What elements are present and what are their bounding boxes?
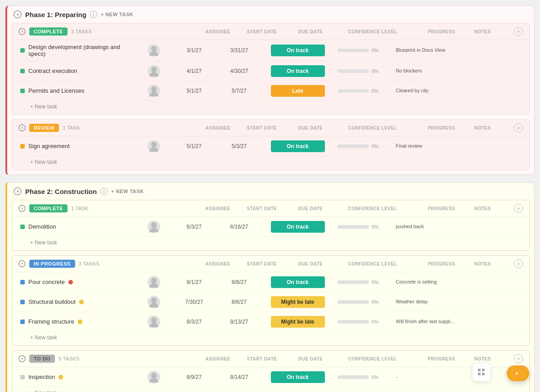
assignee-cell[interactable]: ⚙ <box>136 138 172 154</box>
assignee-avatar[interactable]: ⚙ <box>148 315 160 328</box>
assignee-cell[interactable]: ⚙ <box>136 274 172 290</box>
section-wrapper: ▾ COMPLETE 1 TASK ASSIGNEE START DATE DU… <box>12 200 530 251</box>
section-add-btn[interactable]: + <box>514 354 523 363</box>
progress-pct: 0% <box>372 319 379 324</box>
assignee-avatar[interactable]: ⚙ <box>148 44 160 57</box>
new-task-row[interactable]: + New task <box>12 156 529 170</box>
col-due-date: DUE DATE <box>288 356 333 361</box>
task-name[interactable]: Permits and Licenses <box>28 87 84 94</box>
task-name-cell[interactable]: Demolition <box>18 220 136 234</box>
new-task-row[interactable]: + New task <box>12 237 529 250</box>
phase-new-task-link[interactable]: + NEW TASK <box>101 12 133 17</box>
task-status-dot <box>20 320 25 324</box>
progress-cell: 0% <box>334 317 392 326</box>
start-date-cell: 4/1/27 <box>172 66 217 76</box>
confidence-badge: On track <box>271 140 325 152</box>
col-notes: NOTES <box>474 356 510 361</box>
section-chevron[interactable]: ▾ <box>18 124 26 131</box>
assignee-avatar[interactable]: ⚙ <box>148 85 160 97</box>
task-name-cell[interactable]: Inspection <box>18 370 136 384</box>
section-add-btn[interactable]: + <box>514 259 523 268</box>
task-name-cell[interactable]: Structural buildout <box>18 295 136 309</box>
task-name-cell[interactable]: Contract execution <box>18 64 136 78</box>
new-task-row[interactable]: + New task <box>12 101 529 114</box>
col-assignee: ASSIGNEE <box>200 126 236 131</box>
phase-container: ▾ Phase 1: Preparing i + NEW TASK ▾ COMP… <box>5 5 535 175</box>
section-chevron[interactable]: ▾ <box>18 260 26 267</box>
task-name[interactable]: Demolition <box>28 223 56 230</box>
progress-bar-bg <box>338 300 369 304</box>
assignee-cell[interactable]: ⚙ <box>136 63 172 79</box>
add-cell <box>509 320 523 324</box>
assignee-cell[interactable]: ⚙ <box>136 42 172 59</box>
task-name[interactable]: Contract execution <box>28 68 77 74</box>
assignee-cell[interactable]: ⚙ <box>136 219 172 235</box>
task-name-cell[interactable]: Design development (drawings and specs) <box>18 40 136 61</box>
section-chevron[interactable]: ▾ <box>18 355 26 362</box>
assignee-cell[interactable]: ⚙ <box>136 294 172 310</box>
svg-rect-2 <box>478 373 481 375</box>
col-confidence: CONFIDENCE LEVEL <box>337 126 409 131</box>
assignee-cell[interactable]: ⚙ <box>136 83 172 99</box>
task-name-cell[interactable]: Permits and Licenses <box>18 84 136 98</box>
progress-pct: 0% <box>372 48 379 53</box>
task-name[interactable]: Inspection <box>28 374 55 380</box>
assignee-avatar[interactable]: ⚙ <box>148 371 160 383</box>
col-start-date: START DATE <box>239 29 284 34</box>
confidence-cell: Might be late <box>262 314 334 329</box>
task-name-cell[interactable]: Framing structure <box>18 315 136 329</box>
confidence-cell: On track <box>262 43 334 58</box>
fab-task-button[interactable]: + <box>507 365 529 381</box>
section-header: ▾ TO DO 5 TASKS ASSIGNEE START DATE DUE … <box>12 351 529 367</box>
task-name[interactable]: Design development (drawings and specs) <box>28 44 134 57</box>
phase-info-icon[interactable]: i <box>90 11 97 18</box>
col-confidence: CONFIDENCE LEVEL <box>337 206 409 211</box>
section-add-btn[interactable]: + <box>514 123 523 132</box>
section-chevron[interactable]: ▾ <box>18 205 26 212</box>
assignee-avatar[interactable]: ⚙ <box>148 296 160 308</box>
col-start-date: START DATE <box>239 356 284 361</box>
progress-bar-bg <box>338 49 369 52</box>
task-row: Framing structure ⚙ 8/3/27 8/13/27 Might… <box>12 312 529 332</box>
new-task-row[interactable]: + New task <box>12 387 529 392</box>
gear-icon: ⚙ <box>151 222 157 231</box>
task-name-cell[interactable]: Sign agreement <box>18 139 136 153</box>
col-notes: NOTES <box>474 206 510 211</box>
notes-cell: pushed back <box>392 221 510 232</box>
grid-view-icon[interactable] <box>472 363 490 381</box>
phase-chevron[interactable]: ▾ <box>14 10 22 18</box>
task-status-dot <box>20 144 25 149</box>
task-name[interactable]: Structural buildout <box>28 298 76 305</box>
start-date-cell: 5/1/27 <box>172 86 217 96</box>
confidence-cell: On track <box>262 219 334 234</box>
task-row: Pour concrete ⚙ 8/1/27 8/8/27 On track <box>12 272 529 292</box>
col-progress: PROGRESS <box>412 29 471 34</box>
phase-info-icon[interactable]: i <box>100 188 108 195</box>
task-row: Inspection ⚙ 8/9/27 8/14/27 On track <box>12 367 529 387</box>
assignee-avatar[interactable]: ⚙ <box>148 221 160 233</box>
gear-icon: ⚙ <box>151 373 157 381</box>
task-row: Structural buildout ⚙ 7/30/27 8/6/27 Mig… <box>12 292 529 312</box>
progress-cell: 0% <box>334 373 392 382</box>
task-name[interactable]: Framing structure <box>28 318 74 325</box>
notes-cell: Cleared by city <box>392 86 510 96</box>
section-chevron[interactable]: ▾ <box>18 28 26 35</box>
section-add-btn[interactable]: + <box>514 204 523 213</box>
section-add-btn[interactable]: + <box>514 27 523 36</box>
phase-new-task-link[interactable]: + NEW TASK <box>111 189 144 194</box>
new-task-row[interactable]: + New task <box>12 332 529 345</box>
task-name-cell[interactable]: Pour concrete <box>18 275 136 289</box>
task-name[interactable]: Sign agreement <box>28 143 70 149</box>
assignee-cell[interactable]: ⚙ <box>136 369 172 385</box>
section-header: ▾ IN PROGRESS 3 TASKS ASSIGNEE START DAT… <box>12 256 529 272</box>
svg-rect-3 <box>482 373 485 375</box>
task-name[interactable]: Pour concrete <box>28 279 65 285</box>
confidence-cell: On track <box>262 275 334 290</box>
assignee-cell[interactable]: ⚙ <box>136 314 172 330</box>
progress-bar-bg <box>338 89 369 93</box>
assignee-avatar[interactable]: ⚙ <box>148 65 160 77</box>
phase-chevron[interactable]: ▾ <box>14 187 22 195</box>
start-date-cell: 8/9/27 <box>172 372 217 382</box>
assignee-avatar[interactable]: ⚙ <box>148 140 160 153</box>
assignee-avatar[interactable]: ⚙ <box>148 276 160 288</box>
